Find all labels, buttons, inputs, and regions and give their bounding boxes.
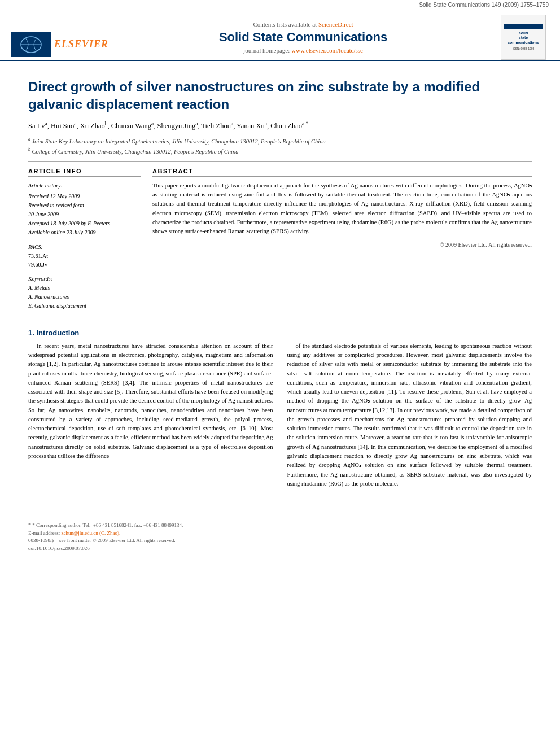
abstract-heading: ABSTRACT: [152, 168, 532, 177]
accepted-date: Accepted 18 July 2009 by F. Peeters: [28, 219, 141, 228]
affiliations: a Joint State Key Laboratory on Integrat…: [28, 136, 532, 156]
article-title: Direct growth of silver nanostructures o…: [28, 78, 532, 113]
introduction-section: 1. Introduction In recent years, metal n…: [28, 329, 532, 493]
corresponding-note: * * Corresponding author. Tel.: +86 431 …: [28, 521, 532, 530]
issn-line: 0038-1098/$ – see front matter © 2009 El…: [28, 537, 532, 545]
author-sup-a-star: a,*: [302, 121, 308, 126]
page: Solid State Communications 149 (2009) 17…: [0, 0, 560, 747]
author-sup-a: a: [45, 121, 47, 126]
homepage-label: journal homepage:: [243, 47, 290, 54]
citation-line: Solid State Communications 149 (2009) 17…: [0, 0, 560, 10]
affiliation-b: b College of Chemistry, Jilin University…: [28, 146, 532, 156]
received-revised-label: Received in revised form: [28, 201, 141, 210]
journal-badge-title: solid state communications: [508, 31, 539, 45]
history-label: Article history:: [28, 181, 141, 190]
pacs-values: 73.61.At 79.60.Jv: [28, 252, 141, 269]
keywords-label: Keywords:: [28, 276, 141, 282]
revised-date: 20 June 2009: [28, 210, 141, 219]
divider-1: [28, 161, 532, 162]
article-info-heading: ARTICLE INFO: [28, 168, 141, 177]
affiliation-a: a Joint State Key Laboratory on Integrat…: [28, 136, 532, 146]
citation-text: Solid State Communications 149 (2009) 17…: [419, 2, 549, 8]
journal-header-center: Contents lists available at ScienceDirec…: [108, 15, 498, 60]
footnote-star: *: [28, 522, 31, 528]
author-sup-a4: a: [195, 121, 198, 126]
email-link[interactable]: zchun@jlu.edu.cn (C. Zhao).: [61, 530, 120, 536]
email-line: E-mail address: zchun@jlu.edu.cn (C. Zha…: [28, 530, 532, 538]
corresponding-text: * Corresponding author. Tel.: +86 431 85…: [32, 522, 183, 528]
info-abstract-columns: ARTICLE INFO Article history: Received 1…: [28, 168, 532, 317]
copyright-line: © 2009 Elsevier Ltd. All rights reserved…: [152, 242, 532, 248]
email-label: E-mail address:: [28, 530, 60, 536]
author-sup-a2: a: [74, 121, 76, 126]
sciencedirect-line: Contents lists available at ScienceDirec…: [253, 21, 353, 28]
article-info-col: ARTICLE INFO Article history: Received 1…: [28, 168, 141, 317]
journal-badge-area: solid state communications ISSN: 0038-10…: [498, 15, 549, 60]
sciencedirect-link[interactable]: ScienceDirect: [318, 21, 353, 28]
keywords-section: Keywords: A. Metals A. Nanostructures E.…: [28, 276, 141, 311]
article-history: Article history: Received 12 May 2009 Re…: [28, 181, 141, 237]
elsevier-text: ELSEVIER: [54, 38, 108, 50]
footer: * * Corresponding author. Tel.: +86 431 …: [0, 516, 560, 557]
intro-left-col: In recent years, metal nanostructures ha…: [28, 342, 273, 493]
elsevier-logo-box: [11, 32, 51, 57]
received-date: Received 12 May 2009: [28, 192, 141, 201]
elsevier-logo: ELSEVIER: [11, 32, 108, 57]
author-sup-b: b: [105, 121, 108, 126]
pacs-section: PACS: 73.61.At 79.60.Jv: [28, 244, 141, 269]
journal-header: ELSEVIER Contents lists available at Sci…: [0, 10, 560, 61]
journal-badge: solid state communications ISSN: 0038-10…: [501, 15, 546, 60]
intro-heading: 1. Introduction: [28, 329, 532, 337]
intro-right-col: of the standard electrode potentials of …: [287, 342, 532, 493]
homepage-url[interactable]: www.elsevier.com/locate/ssc: [291, 47, 363, 54]
intro-right-text: of the standard electrode potentials of …: [287, 342, 532, 488]
available-date: Available online 23 July 2009: [28, 228, 141, 237]
journal-homepage-line: journal homepage: www.elsevier.com/locat…: [243, 47, 363, 54]
abstract-text: This paper reports a modified galvanic d…: [152, 181, 532, 237]
elsevier-logo-area: ELSEVIER: [11, 15, 108, 60]
contents-text: Contents lists available at: [253, 21, 317, 28]
main-content: Direct growth of silver nanostructures o…: [0, 61, 560, 504]
intro-left-text: In recent years, metal nanostructures ha…: [28, 342, 273, 461]
author-sup-a5: a: [231, 121, 233, 126]
author-sup-a6: a: [265, 121, 267, 126]
author-sup-a3: a: [151, 121, 154, 126]
journal-title-header: Solid State Communications: [219, 30, 387, 45]
footer-left: * * Corresponding author. Tel.: +86 431 …: [28, 521, 532, 552]
keywords-values: A. Metals A. Nanostructures E. Galvanic …: [28, 283, 141, 311]
badge-blue-bar: [504, 24, 543, 29]
abstract-col: ABSTRACT This paper reports a modified g…: [152, 168, 532, 317]
doi-line: doi:10.1016/j.ssc.2009.07.026: [28, 545, 532, 553]
authors-line: Sa Lva, Hui Suoa, Xu Zhaob, Chunxu Wanga…: [28, 120, 532, 132]
pacs-label: PACS:: [28, 244, 141, 250]
intro-body-columns: In recent years, metal nanostructures ha…: [28, 342, 532, 493]
